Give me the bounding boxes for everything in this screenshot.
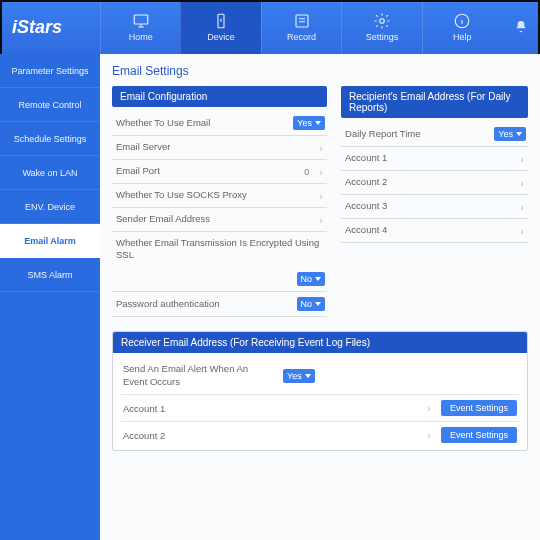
row-send-alert: Send An Email Alert When An Event Occurs… — [121, 359, 519, 395]
recipients-section: Recipient's Email Address (For Daily Rep… — [341, 86, 528, 243]
sidebar-item-remote[interactable]: Remote Control — [0, 88, 100, 122]
select-ssl[interactable]: No — [297, 272, 326, 286]
sidebar-item-schedule[interactable]: Schedule Settings — [0, 122, 100, 156]
receiver-header: Receiver Email Address (For Receiving Ev… — [113, 332, 527, 353]
chevron-down-icon — [305, 374, 311, 378]
chevron-right-icon: › — [317, 190, 325, 202]
sidebar: Parameter Settings Remote Control Schedu… — [0, 54, 100, 540]
row-account-4[interactable]: Account 4 › — [341, 219, 528, 243]
event-settings-button[interactable]: Event Settings — [441, 427, 517, 443]
sidebar-item-email-alarm[interactable]: Email Alarm — [0, 224, 100, 258]
row-daily-report-time: Daily Report Time Yes — [341, 122, 528, 147]
sidebar-item-wol[interactable]: Wake on LAN — [0, 156, 100, 190]
chevron-right-icon: › — [518, 153, 526, 165]
port-value: 0 — [304, 167, 309, 177]
chevron-right-icon: › — [518, 177, 526, 189]
row-email-server[interactable]: Email Server › — [112, 136, 327, 160]
sidebar-item-sms[interactable]: SMS Alarm — [0, 258, 100, 292]
row-account-2[interactable]: Account 2 › — [341, 171, 528, 195]
row-ssl-value: No — [112, 267, 327, 292]
receiver-account-1[interactable]: Account 1 › Event Settings — [121, 394, 519, 421]
chevron-right-icon: › — [317, 166, 325, 178]
recipients-header: Recipient's Email Address (For Daily Rep… — [341, 86, 528, 118]
select-password-auth[interactable]: No — [297, 297, 326, 311]
chevron-right-icon: › — [425, 402, 433, 414]
event-settings-button[interactable]: Event Settings — [441, 400, 517, 416]
sidebar-item-env[interactable]: ENV. Device — [0, 190, 100, 224]
chevron-down-icon — [516, 132, 522, 136]
row-email-port[interactable]: Email Port 0› — [112, 160, 327, 184]
email-config-header: Email Configuration — [112, 86, 327, 107]
main-content: Email Settings Email Configuration Wheth… — [100, 54, 540, 540]
chevron-right-icon: › — [518, 201, 526, 213]
row-account-1[interactable]: Account 1 › — [341, 147, 528, 171]
chevron-right-icon: › — [425, 429, 433, 441]
row-use-email: Whether To Use Email Yes — [112, 111, 327, 136]
receiver-panel: Receiver Email Address (For Receiving Ev… — [112, 331, 528, 452]
row-sender-address[interactable]: Sender Email Address › — [112, 208, 327, 232]
chevron-down-icon — [315, 121, 321, 125]
chevron-down-icon — [315, 302, 321, 306]
chevron-down-icon — [315, 277, 321, 281]
row-socks-proxy[interactable]: Whether To Use SOCKS Proxy › — [112, 184, 327, 208]
receiver-account-2[interactable]: Account 2 › Event Settings — [121, 421, 519, 448]
page-title: Email Settings — [112, 64, 528, 78]
row-account-3[interactable]: Account 3 › — [341, 195, 528, 219]
row-password-auth: Password authentication No — [112, 292, 327, 317]
email-config-section: Email Configuration Whether To Use Email… — [112, 86, 327, 317]
select-daily-report[interactable]: Yes — [494, 127, 526, 141]
sidebar-item-parameter[interactable]: Parameter Settings — [0, 54, 100, 88]
row-ssl-label: Whether Email Transmission Is Encrypted … — [112, 232, 327, 267]
select-send-alert[interactable]: Yes — [283, 369, 315, 383]
chevron-right-icon: › — [317, 142, 325, 154]
select-use-email[interactable]: Yes — [293, 116, 325, 130]
chevron-right-icon: › — [317, 214, 325, 226]
chevron-right-icon: › — [518, 225, 526, 237]
